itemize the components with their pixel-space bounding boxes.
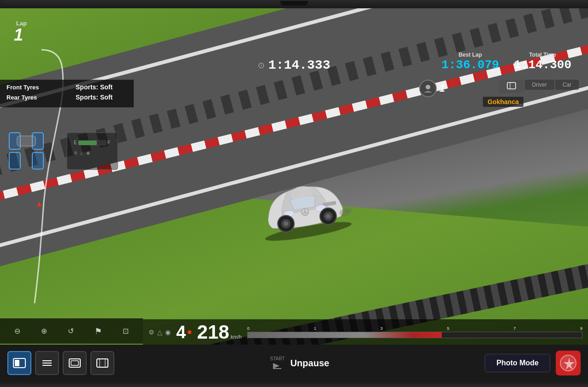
status-bar: ⚙ △ ◉ bbox=[148, 328, 171, 336]
svg-marker-17 bbox=[37, 202, 42, 206]
rpm-fill bbox=[248, 332, 441, 338]
hud-timer-section: ⊙ 1:14.333 bbox=[258, 58, 330, 72]
player-tabs: Driver Car bbox=[499, 80, 579, 93]
refresh-button[interactable]: ↺ bbox=[66, 325, 76, 337]
view-mode-button-2[interactable] bbox=[35, 351, 59, 375]
speed-value: 218 bbox=[197, 322, 229, 342]
gear-display: 4 bbox=[176, 323, 191, 341]
svg-rect-45 bbox=[97, 359, 108, 367]
player-avatar bbox=[419, 80, 437, 97]
svg-rect-25 bbox=[17, 136, 36, 146]
toolbar-center: START Unpause bbox=[114, 356, 485, 370]
monitor-bottom-bezel bbox=[0, 381, 588, 387]
bottom-toolbar: START Unpause Photo Mode bbox=[0, 345, 588, 381]
hud-timing-right: Best Lap 1:36.079 Total Time 1:14.300 bbox=[434, 50, 579, 74]
view-mode-button-1[interactable] bbox=[7, 351, 31, 375]
svg-text:◉: ◉ bbox=[86, 151, 90, 155]
tyre-diagram: E F ⚙ △ ◉ bbox=[7, 130, 122, 172]
svg-text:E: E bbox=[74, 140, 77, 145]
svg-text:F: F bbox=[107, 140, 110, 145]
rpm-bar bbox=[247, 332, 582, 338]
gear-indicator-dot bbox=[188, 330, 191, 334]
monitor-top-bezel bbox=[0, 0, 588, 8]
player-name-badge: Gokhanca bbox=[483, 97, 523, 107]
flag-button[interactable]: ⚑ bbox=[93, 324, 104, 338]
ps-controller-button[interactable] bbox=[556, 351, 581, 375]
speed-unit: km/h bbox=[231, 334, 242, 340]
total-time-value: 1:14.300 bbox=[514, 58, 571, 72]
svg-text:△: △ bbox=[80, 151, 83, 155]
zoom-in-button[interactable]: ⊕ bbox=[39, 325, 49, 337]
front-tyre-type: Sports: Soft bbox=[76, 83, 113, 91]
toolbar-left-buttons bbox=[7, 351, 114, 375]
tab-map[interactable] bbox=[499, 80, 524, 93]
bottom-mini-icons: ⊖ ⊕ ↺ ⚑ ⊡ bbox=[0, 318, 143, 344]
speed-display: 218 km/h bbox=[197, 322, 242, 342]
start-icon bbox=[271, 361, 283, 370]
hud-lap-section: Lap 1 bbox=[9, 20, 27, 43]
svg-rect-33 bbox=[78, 141, 97, 145]
game-screen: Lap 1 ⊙ 1:14.333 Best Lap 1:36.079 Total… bbox=[0, 8, 588, 381]
gear-number: 4 bbox=[176, 323, 186, 341]
bottom-hud-bar: ⚙ △ ◉ 4 218 km/h 013579 bbox=[143, 319, 588, 345]
start-button-group: START bbox=[270, 356, 285, 370]
rpm-bar-section: 013579 bbox=[247, 326, 582, 338]
svg-rect-29 bbox=[33, 153, 42, 168]
front-tyre-label: Front Tyres bbox=[6, 84, 48, 91]
start-label: START bbox=[270, 356, 285, 361]
player-name: Gokhanca bbox=[487, 98, 519, 106]
webcam-notch bbox=[280, 1, 308, 6]
rear-tyre-row: Rear Tyres Sports: Soft bbox=[6, 94, 127, 101]
svg-rect-18 bbox=[507, 82, 516, 89]
total-time-box: Total Time 1:14.300 bbox=[506, 50, 579, 74]
tab-car[interactable]: Car bbox=[555, 80, 579, 90]
radio-icon: ◉ bbox=[165, 328, 171, 336]
position-number: 1 bbox=[440, 82, 445, 94]
svg-point-20 bbox=[426, 85, 430, 89]
warning-triangle: △ bbox=[157, 328, 162, 336]
best-lap-value: 1:36.079 bbox=[441, 58, 499, 72]
player-position-section: 1 bbox=[419, 80, 445, 97]
current-lap-time: 1:14.333 bbox=[268, 58, 330, 72]
ps-button-inner bbox=[560, 355, 576, 371]
zoom-out-button[interactable]: ⊖ bbox=[12, 325, 22, 337]
tyre-info-panel: Front Tyres Sports: Soft Rear Tyres Spor… bbox=[0, 80, 134, 107]
rear-tyre-label: Rear Tyres bbox=[6, 94, 48, 101]
tyre-diagram-svg: E F ⚙ △ ◉ bbox=[7, 130, 122, 172]
tab-driver[interactable]: Driver bbox=[525, 80, 554, 90]
best-lap-label: Best Lap bbox=[441, 52, 499, 58]
total-time-label: Total Time bbox=[514, 52, 571, 58]
rpm-labels: 013579 bbox=[247, 326, 582, 331]
svg-text:⚙: ⚙ bbox=[74, 151, 77, 155]
photo-mode-button[interactable]: Photo Mode bbox=[485, 354, 550, 372]
rear-tyre-type: Sports: Soft bbox=[76, 94, 113, 101]
expand-button[interactable]: ⊡ bbox=[121, 325, 131, 337]
toolbar-right: Photo Mode bbox=[485, 351, 581, 375]
svg-rect-27 bbox=[10, 153, 19, 168]
front-tyre-row: Front Tyres Sports: Soft bbox=[6, 83, 127, 91]
unpause-button[interactable]: Unpause bbox=[290, 358, 329, 369]
svg-rect-44 bbox=[71, 361, 78, 365]
lap-number: 1 bbox=[14, 27, 27, 43]
svg-rect-39 bbox=[15, 360, 19, 366]
timer-icon: ⊙ bbox=[258, 60, 265, 70]
view-mode-button-3[interactable] bbox=[63, 351, 87, 375]
best-lap-box: Best Lap 1:36.079 bbox=[434, 50, 506, 74]
view-mode-button-4[interactable] bbox=[90, 351, 114, 375]
engine-icon: ⚙ bbox=[148, 328, 154, 336]
